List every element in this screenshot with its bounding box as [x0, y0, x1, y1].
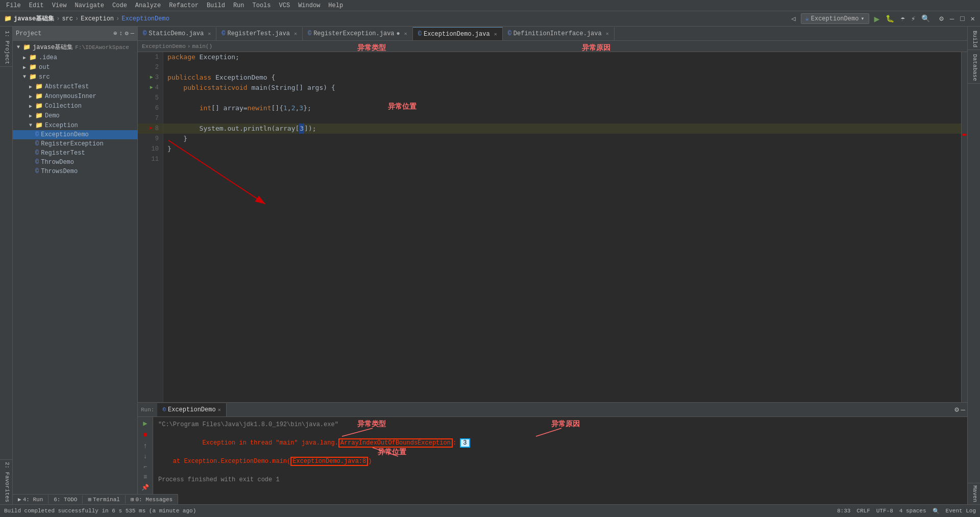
tree-out[interactable]: ▶ 📁 out — [13, 62, 137, 72]
tree-collection[interactable]: ▶ 📁 Collection — [13, 101, 137, 111]
status-encoding[interactable]: UTF-8 — [876, 508, 893, 514]
bottom-tab-run[interactable]: © ExceptionDemo ✕ — [157, 403, 226, 416]
run-left-toolbar: ▶ ■ ↑ ↓ ⌐ ≡ 📌 🖨 🗑 — [138, 417, 153, 504]
tree-exceptiondemo[interactable]: © ExceptionDemo — [13, 130, 137, 139]
breadcrumb-class[interactable]: ExceptionDemo — [142, 43, 186, 50]
debug-button[interactable]: 🐛 — [886, 14, 894, 23]
footer-tab-run[interactable]: ▶ 4: Run — [13, 495, 48, 504]
bottom-settings-icon[interactable]: ⚙ — [954, 405, 959, 414]
tree-anonymousinner[interactable]: ▶ 📁 AnonymousInner — [13, 91, 137, 101]
tab-staticdemo[interactable]: © StaticDemo.java ✕ — [138, 27, 216, 40]
tree-src[interactable]: ▼ 📁 src — [13, 72, 137, 82]
ann-cause-label: 异常原因 — [551, 420, 580, 429]
registertest-tab-close[interactable]: ✕ — [294, 31, 297, 37]
staticdemo-close[interactable]: ✕ — [208, 31, 211, 37]
status-event-log[interactable]: Event Log — [946, 508, 976, 514]
settings-icon[interactable]: ⚙ — [939, 14, 943, 23]
menu-refactor[interactable]: Refactor — [165, 1, 203, 10]
project-panel-toggle[interactable]: 1: Project — [0, 29, 12, 67]
menu-analyze[interactable]: Analyze — [131, 1, 165, 10]
tree-idea[interactable]: ▶ 📁 .idea — [13, 53, 137, 62]
tree-throwdemo[interactable]: © ThrowDemo — [13, 158, 137, 167]
run-stop-icon[interactable]: ■ — [143, 431, 147, 439]
bottom-minimize-icon[interactable]: — — [961, 406, 965, 414]
run-pin-icon[interactable]: 📌 — [141, 484, 149, 491]
footer-tab-terminal[interactable]: ⊞ Terminal — [83, 495, 125, 504]
exceptiondemo-tab-close[interactable]: ✕ — [494, 31, 497, 37]
path-sep2: › — [75, 15, 79, 22]
minimize-icon[interactable]: — — [950, 15, 954, 23]
tab-definitioninterface[interactable]: © DefinitionInterface.java ✕ — [503, 27, 615, 40]
run-filter-icon[interactable]: ≡ — [143, 474, 147, 481]
menu-tools[interactable]: Tools — [249, 1, 275, 10]
menu-edit[interactable]: Edit — [25, 1, 48, 10]
run-softwrap-icon[interactable]: ⌐ — [143, 463, 147, 471]
tree-registerexception[interactable]: © RegisterException — [13, 139, 137, 149]
tab-exceptiondemo[interactable]: © ExceptionDemo.java ✕ — [413, 27, 503, 40]
menu-help[interactable]: Help — [324, 1, 347, 10]
bottom-panel: Run: © ExceptionDemo ✕ ⚙ — ▶ ■ ↑ ↓ — [138, 402, 967, 504]
search-everywhere-icon[interactable]: 🔍 — [921, 14, 930, 23]
tree-exception[interactable]: ▼ 📁 Exception — [13, 120, 137, 130]
code-line-10: } — [163, 144, 961, 154]
status-indent[interactable]: 4 spaces — [899, 508, 926, 514]
header-close[interactable]: — — [131, 30, 134, 37]
definitioninterface-tab-close[interactable]: ✕ — [606, 31, 609, 37]
tab-registertest[interactable]: © RegisterTest.java ✕ — [216, 27, 303, 40]
profile-button[interactable]: ⚡ — [911, 14, 915, 23]
tree-abstracttest[interactable]: ▶ 📁 AbstractTest — [13, 82, 137, 91]
tree-demo[interactable]: ▶ 📁 Demo — [13, 111, 137, 120]
menu-build[interactable]: Build — [203, 1, 229, 10]
coverage-button[interactable]: ☂ — [900, 14, 904, 23]
header-icon1[interactable]: ⊕ — [113, 30, 117, 37]
menu-navigate[interactable]: Navigate — [70, 1, 108, 10]
registerexception-tab-close[interactable]: ✕ — [404, 31, 407, 37]
tree-root[interactable]: ▼ 📁 javase基础集 F:\IDEAworkSpace — [13, 42, 137, 53]
title-bar: 📁 javase基础集 › src › Exception › Exceptio… — [0, 11, 980, 27]
tree-registertest[interactable]: © RegisterTest — [13, 149, 137, 158]
breadcrumb-method[interactable]: main() — [192, 43, 212, 50]
menu-view[interactable]: View — [48, 1, 71, 10]
run-scroll-icon[interactable]: ↓ — [143, 453, 147, 460]
build-panel-toggle[interactable]: Build — [968, 29, 980, 50]
menu-code[interactable]: Code — [108, 1, 131, 10]
run-rerun-icon[interactable]: ↑ — [143, 442, 147, 450]
menu-run[interactable]: Run — [229, 1, 249, 10]
run-tab-close[interactable]: ✕ — [218, 407, 221, 413]
run-label-icon: Run: — [138, 407, 157, 413]
status-search-icon[interactable]: 🔍 — [933, 508, 940, 514]
status-line-ending[interactable]: CRLF — [856, 508, 870, 514]
header-icon3[interactable]: ⚙ — [125, 30, 129, 37]
out-folder-icon: 📁 — [29, 63, 37, 71]
menu-vcs[interactable]: VCS — [275, 1, 295, 10]
maximize-icon[interactable]: □ — [960, 15, 964, 23]
status-position[interactable]: 8:33 — [837, 508, 850, 514]
output-line-2: Exception in thread "main" java.lang.Arr… — [158, 429, 962, 457]
maven-toggle[interactable]: Maven — [968, 483, 980, 504]
messages-icon: ⊞ — [131, 496, 134, 503]
menu-window[interactable]: Window — [294, 1, 324, 10]
header-icon2[interactable]: ↕ — [119, 30, 122, 37]
src-arrow: ▼ — [23, 74, 29, 80]
footer-tab-messages[interactable]: ⊞ 0: Messages — [126, 495, 178, 504]
left-panel-sidebar: 1: Project 2: Favorites — [0, 27, 13, 504]
footer-tab-todo[interactable]: 6: TODO — [48, 496, 83, 504]
database-toggle[interactable]: Database — [968, 52, 980, 84]
run-config[interactable]: ☕ ExceptionDemo ▾ — [801, 13, 869, 24]
registerexception-modified-dot: ● — [397, 30, 400, 37]
path-file: ExceptionDemo — [121, 15, 169, 22]
tab-registerexception[interactable]: © RegisterException.java ● ✕ — [303, 27, 413, 40]
registertest-file-icon: © — [35, 150, 39, 157]
exceptiondemo-label: ExceptionDemo — [41, 131, 89, 138]
run-button[interactable]: ▶ — [874, 13, 880, 24]
favorites-toggle[interactable]: 2: Favorites — [0, 459, 12, 504]
tree-throwsdemo[interactable]: © ThrowsDemo — [13, 167, 137, 176]
messages-label: 0: Messages — [136, 497, 173, 503]
abstracttest-arrow: ▶ — [29, 84, 35, 90]
menu-file[interactable]: File — [2, 1, 25, 10]
menu-bar: File Edit View Navigate Code Analyze Ref… — [0, 0, 980, 11]
back-icon[interactable]: ◁ — [791, 14, 795, 23]
close-icon[interactable]: ✕ — [971, 14, 975, 23]
registertest-label: RegisterTest — [41, 150, 85, 157]
run-play-icon[interactable]: ▶ — [143, 419, 147, 428]
